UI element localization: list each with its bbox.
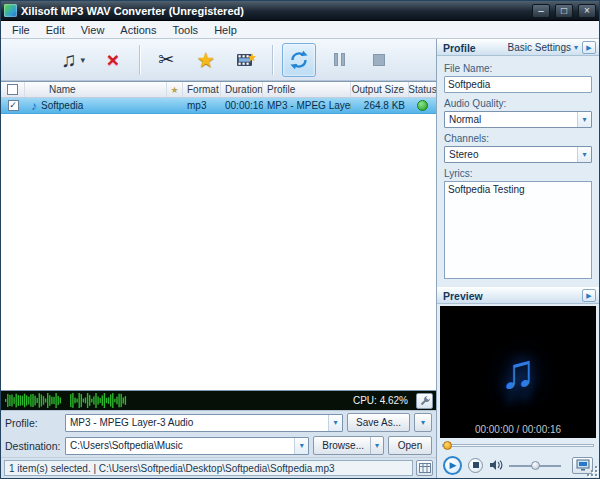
music-notes-icon: ♫ — [61, 49, 77, 70]
chevron-down-icon[interactable]: ▾ — [328, 415, 342, 431]
trim-button[interactable]: ✂ — [149, 43, 183, 77]
toolbar-separator — [272, 45, 273, 75]
menu-actions[interactable]: Actions — [112, 23, 164, 37]
seek-thumb[interactable] — [443, 441, 452, 450]
seek-slider[interactable] — [442, 440, 594, 452]
chevron-down-icon: ▾ — [574, 43, 578, 52]
column-header-output-size[interactable]: Output Size — [351, 82, 409, 97]
star-icon: ★ — [197, 49, 216, 70]
column-header-duration[interactable]: Duration — [221, 82, 263, 97]
file-duration: 00:00:16 — [221, 98, 263, 113]
chevron-down-icon[interactable]: ▾ — [294, 438, 308, 454]
menu-help[interactable]: Help — [206, 23, 245, 37]
file-row[interactable]: ✓ ♪ Softpedia mp3 00:00:16 MP3 - MPEG La… — [1, 98, 436, 114]
playback-time: 00:00:00 / 00:00:16 — [440, 424, 596, 435]
file-name-label: File Name: — [444, 63, 592, 74]
filmstrip-icon — [236, 52, 256, 68]
grid-icon — [419, 463, 431, 473]
menu-tools[interactable]: Tools — [164, 23, 206, 37]
window-title: Xilisoft MP3 WAV Converter (Unregistered… — [21, 5, 527, 17]
convert-sync-icon — [288, 49, 310, 71]
toolbar: ♫ ▾ × ✂ ★ — [1, 39, 436, 81]
add-files-button[interactable]: ♫ ▾ — [56, 43, 90, 77]
profile-panel-title: Profile — [443, 42, 476, 54]
file-name: Softpedia — [41, 100, 83, 111]
menu-file[interactable]: File — [4, 23, 38, 37]
lyrics-label: Lyrics: — [444, 168, 592, 179]
destination-select-value: C:\Users\Softpedia\Music — [70, 440, 294, 451]
speaker-icon[interactable] — [489, 459, 503, 471]
audio-file-icon: ♪ — [31, 100, 37, 112]
toolbar-separator — [139, 45, 140, 75]
status-complete-icon — [417, 100, 428, 111]
playback-controls: ▶ — [437, 452, 599, 478]
close-button[interactable]: × — [578, 4, 596, 18]
resize-grip[interactable] — [586, 465, 597, 476]
chevron-down-icon[interactable]: ▾ — [577, 147, 591, 162]
browse-button-label: Browse... — [322, 440, 364, 451]
pause-icon — [334, 53, 345, 66]
column-header-favorite[interactable]: ★ — [167, 82, 183, 97]
file-profile: MP3 - MPEG Layer-... — [263, 98, 351, 113]
play-button[interactable]: ▶ — [443, 456, 462, 475]
waveform-bar: CPU: 4.62% — [1, 391, 436, 411]
file-list-header: Name ★ Format Duration Profile Output Si… — [1, 82, 436, 98]
column-header-name[interactable]: Name — [25, 82, 167, 97]
destination-select[interactable]: C:\Users\Softpedia\Music ▾ — [65, 437, 309, 455]
checkbox-icon — [7, 84, 18, 95]
star-icon: ★ — [170, 85, 178, 95]
menu-view[interactable]: View — [73, 23, 113, 37]
maximize-button[interactable]: □ — [555, 4, 573, 18]
stop-icon — [473, 462, 479, 468]
remove-file-button[interactable]: × — [96, 43, 130, 77]
collapse-preview-panel-button[interactable]: ▶ — [582, 289, 596, 302]
titlebar[interactable]: Xilisoft MP3 WAV Converter (Unregistered… — [1, 1, 599, 21]
row-name-cell: ♪ Softpedia — [25, 98, 167, 113]
pause-button[interactable] — [322, 43, 356, 77]
channels-select[interactable]: Stereo ▾ — [444, 146, 592, 163]
stop-playback-button[interactable] — [468, 458, 483, 473]
volume-thumb[interactable] — [531, 461, 540, 470]
right-panel: Profile Basic Settings ▾ ▶ File Name: Au… — [437, 39, 599, 478]
column-header-status[interactable]: Status — [409, 82, 436, 97]
convert-button[interactable] — [282, 43, 316, 77]
status-text: 1 item(s) selected. | C:\Users\Softpedia… — [4, 460, 413, 476]
minimize-button[interactable]: – — [532, 4, 550, 18]
destination-label: Destination: — [5, 440, 61, 452]
file-output-size: 264.8 KB — [351, 98, 409, 113]
music-note-art: ♫ — [500, 348, 536, 396]
row-favorite-cell — [167, 98, 183, 113]
app-window: Xilisoft MP3 WAV Converter (Unregistered… — [0, 0, 600, 479]
audio-quality-select[interactable]: Normal ▾ — [444, 111, 592, 128]
preset-select[interactable]: Basic Settings ▾ — [508, 42, 578, 53]
column-header-profile[interactable]: Profile — [263, 82, 351, 97]
seek-track — [442, 444, 594, 447]
file-name-input[interactable] — [444, 76, 592, 93]
chevron-down-icon[interactable]: ▾ — [370, 437, 383, 454]
open-button[interactable]: Open — [388, 436, 432, 455]
browse-button[interactable]: Browse... ▾ — [313, 436, 384, 455]
waveform-svg — [3, 392, 133, 410]
save-as-dropdown-button[interactable]: ▾ — [414, 413, 432, 432]
destination-row: Destination: C:\Users\Softpedia\Music ▾ … — [1, 434, 436, 457]
effects-button[interactable]: ★ — [189, 43, 223, 77]
lyrics-textarea[interactable]: Softpedia Testing — [444, 181, 592, 279]
export-media-button[interactable] — [229, 43, 263, 77]
save-as-button[interactable]: Save As... — [347, 413, 410, 432]
menu-edit[interactable]: Edit — [38, 23, 73, 37]
cpu-usage: CPU: 4.62% — [353, 395, 408, 406]
stop-icon — [373, 54, 385, 66]
settings-button[interactable] — [416, 393, 433, 409]
collapse-profile-panel-button[interactable]: ▶ — [582, 41, 596, 54]
chevron-down-icon[interactable]: ▾ — [577, 112, 591, 127]
column-header-format[interactable]: Format — [183, 82, 221, 97]
add-files-dropdown-icon[interactable]: ▾ — [81, 55, 86, 65]
log-button[interactable] — [416, 460, 433, 476]
main-area: ♫ ▾ × ✂ ★ — [1, 39, 599, 478]
volume-slider[interactable] — [509, 460, 561, 471]
row-check-cell: ✓ — [1, 98, 25, 113]
profile-select[interactable]: MP3 - MPEG Layer-3 Audio ▾ — [65, 414, 343, 432]
stop-button[interactable] — [362, 43, 396, 77]
row-checkbox[interactable]: ✓ — [8, 100, 19, 111]
select-all-checkbox[interactable] — [1, 82, 25, 97]
